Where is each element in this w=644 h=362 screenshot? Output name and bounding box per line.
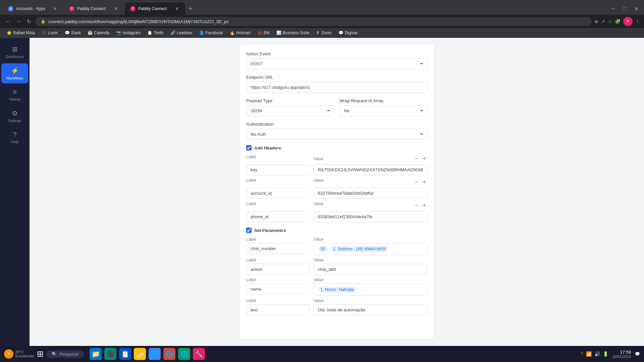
tab-close-pabbly2[interactable]: ✕ — [174, 5, 180, 12]
payload-type-section: Payload Type JSON — [246, 98, 334, 116]
param-action-value-input[interactable] — [314, 264, 427, 275]
taskbar-app-chrome3[interactable]: 🌐 — [178, 348, 190, 360]
taskbar-app-files[interactable]: 📁 — [90, 348, 102, 360]
header-row-2-value-input[interactable] — [314, 188, 427, 199]
taskbar-app-chrome[interactable]: 🌐 — [149, 348, 161, 360]
header-row-2-label-col-label: Label — [246, 178, 310, 186]
param-name-label-input[interactable] — [246, 284, 310, 295]
bookmark-rafael-mota[interactable]: ⭐ Rafael Mota — [4, 29, 38, 36]
screenshot-button[interactable]: ↗ — [601, 19, 605, 24]
back-button[interactable]: ← — [4, 17, 12, 26]
address-bar-actions: ⊕ ↗ ☆ 🧩 R ⋮ — [594, 17, 640, 26]
auth-select[interactable]: No Auth — [246, 129, 427, 140]
taskbar-app-trello[interactable]: 📋 — [119, 348, 131, 360]
bookmark-business-suite[interactable]: 📊 Business Suite — [274, 29, 312, 36]
header-row-1-label-input[interactable] — [246, 164, 310, 175]
url-text: connect.pabbly.com/workflow/mapping/ljU3… — [48, 19, 229, 24]
bookmark-slack[interactable]: 💬 Slack — [62, 29, 84, 36]
taskbar-search[interactable]: 🔍 Pesquisar — [46, 350, 85, 358]
dashboard-icon: ⊞ — [12, 45, 18, 53]
system-tray: ^ 📶 🔊 🔋 — [581, 351, 608, 357]
param-action-label-input[interactable] — [246, 264, 310, 275]
set-parameters-checkbox[interactable] — [246, 228, 252, 233]
sidebar-item-workflows[interactable]: ⚡ Workflows — [1, 63, 28, 83]
bookmark-loom[interactable]: 🎥 Loom — [39, 29, 61, 36]
forward-button[interactable]: → — [15, 17, 23, 26]
label-col-header: Label — [246, 155, 310, 163]
notification-icon[interactable]: 💬 — [635, 352, 640, 356]
add-headers-checkbox[interactable] — [246, 145, 252, 150]
set-parameters-checkbox-label[interactable]: Set Parameters — [246, 228, 427, 233]
tab-pabbly2[interactable]: P Pabbly Connect ✕ — [125, 3, 185, 15]
tray-chevron[interactable]: ^ — [581, 351, 583, 357]
bookmark-instagram[interactable]: 📷 Instagram — [114, 29, 143, 36]
browser-chrome: A Accounts - Apps ✕ P Pabbly Connect ✕ P… — [0, 0, 644, 38]
taskbar-app-explorer[interactable]: 📂 — [134, 348, 146, 360]
endpoint-url-label: Endpoint URL — [246, 75, 427, 80]
header-row-2-add-button[interactable]: + — [421, 178, 427, 186]
bookmark-button[interactable]: ☆ — [608, 19, 612, 24]
sidebar-item-dashboard[interactable]: ⊞ Dashboard — [1, 42, 28, 62]
sidebar-label-workflows: Workflows — [6, 76, 23, 80]
tab-pabbly1[interactable]: P Pabbly Connect ✕ — [64, 3, 124, 15]
extensions-button[interactable]: 🧩 — [615, 19, 621, 24]
tray-volume-icon: 🔊 — [594, 351, 600, 357]
sidebar-item-settings[interactable]: ⚙ Settings — [1, 106, 28, 126]
sidebar-item-help[interactable]: ? Help — [1, 127, 28, 147]
taskbar-app-tools[interactable]: 🔧 — [193, 348, 205, 360]
bookmark-zoom[interactable]: 🎙 Zoom — [313, 29, 334, 36]
bookmark-bm[interactable]: 💼 BM — [255, 29, 272, 36]
tab-close-pabbly1[interactable]: ✕ — [113, 5, 119, 12]
add-headers-checkbox-label[interactable]: Add Headers — [246, 145, 427, 150]
header-remove-button[interactable]: − — [414, 155, 420, 163]
action-event-label: Action Event — [246, 51, 427, 56]
bookmark-leadster[interactable]: 🔗 Leadster — [168, 29, 195, 36]
menu-button[interactable]: ⋮ — [635, 19, 640, 24]
header-row-2-label-input[interactable] — [246, 188, 310, 199]
close-button[interactable]: ✕ — [632, 4, 641, 13]
param-text-value-col — [314, 304, 427, 315]
header-row-1-value-input[interactable] — [314, 164, 427, 175]
bookmark-calendly[interactable]: 📅 Calendly — [85, 29, 112, 36]
minimize-button[interactable]: ─ — [608, 4, 618, 13]
taskbar-app-chrome2[interactable]: 🌐 — [163, 348, 175, 360]
header-row-3-label-input[interactable] — [246, 211, 310, 222]
bookmark-digisac[interactable]: 💬 Digisac — [336, 29, 361, 36]
header-row-2-remove-button[interactable]: − — [414, 178, 420, 186]
bookmark-facebook[interactable]: 📘 Facebook — [196, 29, 226, 36]
param-text-label-input[interactable] — [246, 304, 310, 315]
maximize-button[interactable]: □ — [620, 4, 629, 13]
sidebar-label-dashboard: Dashboard — [6, 55, 24, 59]
sidebar: ⊞ Dashboard ⚡ Workflows ≡ History ⚙ Sett… — [0, 38, 30, 346]
param-name-value-input[interactable]: 1. Nome : Nathalia — [314, 284, 427, 296]
payload-type-select[interactable]: JSON — [246, 105, 334, 116]
tab-accounts[interactable]: A Accounts - Apps ✕ — [3, 3, 63, 15]
start-button[interactable]: ⊞ — [37, 349, 44, 359]
header-add-button[interactable]: + — [421, 155, 427, 163]
param-chat-number-label-input[interactable] — [246, 243, 310, 254]
endpoint-url-input[interactable] — [246, 82, 427, 93]
header-row-3-label-col-label: Label — [246, 201, 310, 210]
tab-close-accounts[interactable]: ✕ — [52, 5, 58, 12]
bookmark-trello[interactable]: 📋 Trello — [145, 29, 166, 36]
header-row-3-add-button[interactable]: + — [421, 201, 427, 210]
param-text-value-input[interactable] — [314, 304, 427, 315]
sidebar-label-help: Help — [11, 140, 19, 144]
profile-button[interactable]: R — [623, 17, 633, 26]
reload-button[interactable]: ↻ — [25, 17, 33, 26]
header-row-3-remove-button[interactable]: − — [414, 201, 420, 210]
wrap-request-select[interactable]: No — [339, 105, 427, 116]
header-row-2-value-col — [314, 188, 427, 199]
bookmark-hotmart[interactable]: 🔥 Hotmart — [227, 29, 253, 36]
set-parameters-section: Set Parameters Label Value 55 1. Tele — [246, 228, 427, 315]
new-tab-button[interactable]: + — [186, 4, 195, 14]
action-event-select[interactable]: POST — [246, 58, 427, 69]
content-area: Action Event POST Endpoint URL Payload T… — [30, 38, 644, 346]
sidebar-item-history[interactable]: ≡ History — [1, 85, 28, 105]
param-chat-number-value-input[interactable]: 55 1. Telefone : (88) 99864-6655 — [314, 243, 427, 255]
translate-button[interactable]: ⊕ — [594, 19, 598, 24]
system-clock[interactable]: 17:59 10/01/2023 — [612, 350, 631, 359]
header-row-3-value-input[interactable] — [314, 211, 427, 222]
address-bar[interactable]: 🔒 connect.pabbly.com/workflow/mapping/lj… — [35, 17, 592, 26]
taskbar-app-meet[interactable]: 🎥 — [104, 348, 116, 360]
